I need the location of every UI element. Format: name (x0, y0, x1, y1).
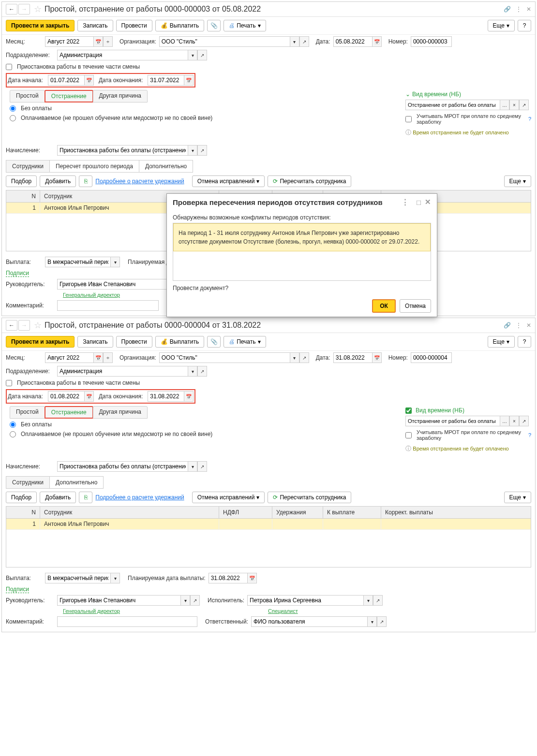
open-icon[interactable]: ↗ (197, 145, 207, 156)
tab-simple[interactable]: Простой (10, 406, 45, 419)
dropdown-icon[interactable]: ▾ (290, 36, 299, 47)
card-icon[interactable]: ⎘ (79, 492, 92, 503)
calendar-icon[interactable]: 📅 (84, 75, 94, 86)
dropdown-icon[interactable]: ▾ (188, 50, 197, 60)
pay-button[interactable]: 💰Выплатить (155, 336, 205, 348)
close-icon[interactable]: ✕ (425, 198, 431, 206)
details-link[interactable]: Подробнее о расчете удержаний (95, 494, 184, 501)
menu-icon[interactable]: ⋮ (516, 6, 522, 13)
no-pay-radio[interactable] (10, 105, 16, 112)
date-input[interactable] (333, 352, 372, 363)
cancel-fix-button[interactable]: Отмена исправлений ▾ (192, 175, 265, 187)
ellipsis-icon[interactable]: … (500, 100, 509, 110)
manager-title-link[interactable]: Генеральный директор (59, 607, 124, 615)
planned-date-input[interactable] (209, 573, 247, 583)
stepper-icon[interactable]: ÷ (103, 352, 113, 363)
dropdown-icon[interactable]: ▾ (188, 366, 197, 377)
submit-close-button[interactable]: Провести и закрыть (6, 20, 75, 31)
manager-input[interactable] (57, 595, 180, 606)
dept-input[interactable] (57, 366, 188, 377)
tab-simple[interactable]: Простой (10, 90, 45, 102)
mrot-checkbox[interactable] (405, 432, 412, 438)
calendar-icon[interactable]: 📅 (84, 391, 94, 402)
menu-icon[interactable]: ⋮ (402, 198, 409, 206)
maximize-icon[interactable]: □ (417, 198, 421, 206)
calendar-icon[interactable]: 📅 (93, 36, 103, 47)
manager-input[interactable] (57, 279, 180, 290)
open-icon[interactable]: ↗ (519, 100, 529, 110)
col-pay[interactable]: К выплате (323, 507, 381, 518)
recalc-emp-button[interactable]: ⟳ Пересчитать сотрудника (268, 492, 351, 503)
number-input[interactable] (411, 36, 452, 47)
forward-button[interactable]: → (18, 320, 30, 331)
payout-input[interactable] (45, 257, 110, 267)
responsible-input[interactable] (251, 616, 367, 627)
print-button[interactable]: 🖨Печать ▾ (224, 20, 266, 31)
card-icon[interactable]: ⎘ (79, 175, 92, 187)
forward-button[interactable]: → (18, 4, 30, 15)
tab-employees[interactable]: Сотрудники (6, 476, 50, 489)
tab-other[interactable]: Другая причина (93, 90, 148, 102)
help-button[interactable]: ? (518, 336, 531, 348)
month-input[interactable] (45, 352, 93, 363)
ellipsis-icon[interactable]: … (500, 416, 509, 426)
submit-button[interactable]: Провести (116, 20, 152, 31)
date-input[interactable] (333, 36, 372, 47)
calendar-icon[interactable]: 📅 (372, 36, 382, 47)
pause-shift-checkbox[interactable] (6, 64, 12, 70)
end-date-input[interactable] (148, 75, 184, 86)
save-button[interactable]: Записать (77, 20, 113, 31)
recalc-emp-button[interactable]: ⟳ Пересчитать сотрудника (268, 175, 351, 187)
col-corr[interactable]: Коррект. выплаты (381, 507, 439, 518)
link-icon[interactable]: 🔗 (504, 322, 511, 329)
org-input[interactable] (159, 36, 290, 47)
no-pay-radio[interactable] (10, 422, 16, 428)
tab-employees[interactable]: Сотрудники (6, 160, 50, 173)
add-button[interactable]: Добавить (40, 175, 76, 187)
attach-button[interactable]: 📎 (207, 336, 221, 348)
more-button[interactable]: Еще ▾ (488, 20, 515, 31)
dropdown-icon[interactable]: ▾ (363, 595, 373, 606)
org-input[interactable] (159, 352, 290, 363)
open-icon[interactable]: ↗ (299, 352, 309, 363)
link-icon[interactable]: 🔗 (504, 6, 511, 13)
time-type-input[interactable] (405, 100, 500, 110)
tab-additional[interactable]: Дополнительно (49, 476, 104, 489)
attach-button[interactable]: 📎 (207, 20, 221, 31)
clear-icon[interactable]: × (509, 416, 519, 426)
start-date-input[interactable] (48, 75, 84, 86)
paid-radio[interactable] (10, 115, 16, 121)
payout-input[interactable] (45, 573, 110, 583)
pay-button[interactable]: 💰Выплатить (155, 20, 205, 31)
start-date-input[interactable] (48, 391, 84, 402)
close-icon[interactable]: ✕ (526, 6, 531, 13)
signatures-link[interactable]: Подписи (6, 586, 29, 593)
end-date-input[interactable] (148, 391, 184, 402)
more-button[interactable]: Еще ▾ (488, 336, 515, 348)
tab-other[interactable]: Другая причина (93, 406, 148, 419)
tab-recalc[interactable]: Пересчет прошлого периода (49, 160, 139, 173)
details-link[interactable]: Подробнее о расчете удержаний (95, 178, 184, 185)
dept-input[interactable] (57, 50, 188, 60)
back-button[interactable]: ← (6, 320, 17, 331)
calendar-icon[interactable]: 📅 (372, 352, 382, 363)
add-button[interactable]: Добавить (40, 492, 76, 503)
signatures-link[interactable]: Подписи (6, 270, 29, 277)
tab-additional[interactable]: Дополнительно (139, 160, 193, 173)
cancel-fix-button[interactable]: Отмена исправлений ▾ (192, 492, 265, 503)
open-icon[interactable]: ↗ (197, 366, 207, 377)
col-ded[interactable]: Удержания (272, 507, 323, 518)
paid-radio[interactable] (10, 431, 16, 437)
help-icon[interactable]: ? (528, 432, 531, 438)
open-icon[interactable]: ↗ (299, 36, 309, 47)
col-emp[interactable]: Сотрудник (40, 507, 219, 518)
help-icon[interactable]: ? (528, 116, 531, 122)
menu-icon[interactable]: ⋮ (516, 322, 522, 329)
calendar-icon[interactable]: 📅 (247, 573, 257, 583)
open-icon[interactable]: ↗ (197, 461, 207, 472)
col-ndfl[interactable]: НДФЛ (219, 507, 272, 518)
col-n[interactable]: N (6, 507, 40, 518)
star-icon[interactable]: ☆ (34, 320, 42, 331)
dropdown-icon[interactable]: ▾ (367, 616, 377, 627)
submit-close-button[interactable]: Провести и закрыть (6, 336, 75, 348)
